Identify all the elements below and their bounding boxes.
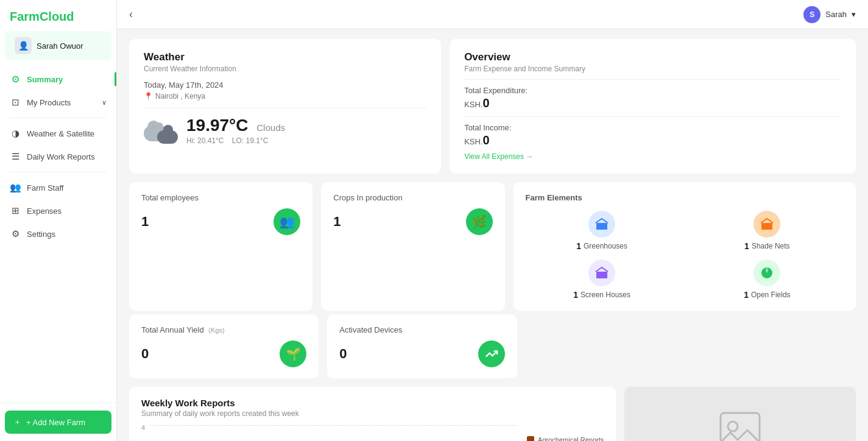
map-placeholder <box>624 387 856 441</box>
sidebar-item-summary[interactable]: ⊙ Summary <box>0 68 116 91</box>
sidebar-item-my-products[interactable]: ⊡ My Products ∨ <box>0 91 116 114</box>
summary-icon: ⊙ <box>10 74 21 85</box>
top-row: Weather Current Weather Information Toda… <box>129 39 856 174</box>
stat-value-row: 1 🌿 <box>333 208 492 235</box>
stat-value: 0 <box>141 346 149 362</box>
user-avatar: S <box>803 6 820 23</box>
screen-houses-icon <box>588 259 615 286</box>
stat-label: Total employees <box>141 193 300 202</box>
shade-nets-icon <box>753 211 780 238</box>
weather-cloud-icon <box>144 117 178 144</box>
add-new-farm-button[interactable]: ＋ + Add New Farm <box>5 411 111 434</box>
svg-point-7 <box>728 422 738 431</box>
stats-row: Total employees 1 👥 Crops In production … <box>129 182 856 311</box>
svg-rect-4 <box>596 272 607 278</box>
user-icon: 👤 <box>15 37 32 54</box>
farm-elements-card: Farm Elements 1 Greenhouses <box>513 182 856 311</box>
map-placeholder-inner <box>716 408 764 442</box>
expenditure-amount: KSH.0 <box>464 96 841 110</box>
farm-elements-grid: 1 Greenhouses 1 Shade Nets <box>526 211 844 300</box>
weather-temperature: 19.97°C Clouds <box>186 116 285 135</box>
divider <box>10 118 107 118</box>
sidebar-item-label: Summary <box>27 75 63 84</box>
image-placeholder-icon <box>716 408 764 442</box>
sidebar-item-label: Farm Staff <box>27 183 63 192</box>
chart-dashed-line <box>151 425 517 426</box>
expenditure-row: Total Expenditure: KSH.0 <box>464 86 841 110</box>
income-label: Total Income: <box>464 123 841 132</box>
divider <box>10 172 107 172</box>
svg-rect-3 <box>765 225 769 230</box>
weather-main: 19.97°C Clouds Hi: 20.41°C LO: 19.1°C <box>144 116 426 145</box>
sidebar-item-daily-work-reports[interactable]: ☰ Daily Work Reports <box>0 145 116 168</box>
open-fields-icon <box>753 259 780 286</box>
stat-label: Activated Devices <box>339 325 504 334</box>
settings-icon: ⚙ <box>10 228 21 239</box>
sidebar-item-label: Settings <box>27 230 55 239</box>
weather-divider <box>144 108 426 108</box>
stat-total-employees: Total employees 1 👥 <box>129 182 312 311</box>
farm-element-shade-nets: 1 Shade Nets <box>691 211 844 251</box>
chart-legend: Agrochemical Reports Fertilizer Reports <box>527 424 604 441</box>
view-all-expenses-link[interactable]: View All Expenses → <box>464 152 533 161</box>
weekly-reports-title: Weekly Work Reports <box>141 398 604 408</box>
chart-svg <box>151 430 517 441</box>
collapse-button[interactable]: ‹ <box>129 8 133 21</box>
my-products-icon: ⊡ <box>10 97 21 108</box>
weather-date: Today, May 17th, 2024 <box>144 80 426 90</box>
expenses-icon: ⊞ <box>10 205 21 216</box>
sidebar-item-label: Expenses <box>27 206 62 216</box>
stat-value: 1 <box>141 214 149 230</box>
add-farm-label: + Add New Farm <box>26 418 85 427</box>
employees-icon-circle: 👥 <box>273 208 300 235</box>
topbar-user[interactable]: S Sarah ▾ <box>803 6 856 23</box>
crops-icon-circle: 🌿 <box>466 208 493 235</box>
spacer <box>526 314 856 378</box>
stat-value-row: 0 🌱 <box>141 340 306 367</box>
overview-subtitle: Farm Expense and Income Summary <box>464 65 841 73</box>
weather-title: Weather <box>144 51 426 63</box>
sidebar-item-weather-satellite[interactable]: ◑ Weather & Satellite <box>0 122 116 145</box>
chart-y-label: 4 <box>141 424 145 431</box>
stat-value: 0 <box>339 346 347 362</box>
bottom-row: Weekly Work Reports Summary of daily wor… <box>129 387 856 441</box>
weather-satellite-icon: ◑ <box>10 128 21 139</box>
weather-description: Clouds <box>256 122 285 133</box>
legend-dot-agrochemical <box>527 436 534 441</box>
weather-subtitle: Current Weather Information <box>144 65 426 73</box>
legend-agrochemical: Agrochemical Reports <box>527 436 604 441</box>
chart-area: 4 <box>141 424 517 441</box>
stat-total-annual-yield: Total Annual Yield (Kgs) 0 🌱 <box>129 314 319 378</box>
sidebar-item-farm-staff[interactable]: 👥 Farm Staff <box>0 176 116 199</box>
stat-crops-in-production: Crops In production 1 🌿 <box>321 182 504 311</box>
greenhouse-icon <box>588 211 615 238</box>
plus-icon: ＋ <box>13 417 21 428</box>
logo: FarmCloud <box>0 0 116 29</box>
farm-element-screen-houses: 1 Screen Houses <box>526 259 679 300</box>
location-pin-icon: 📍 <box>144 92 153 101</box>
farm-element-greenhouses: 1 Greenhouses <box>526 211 679 251</box>
weather-temp-block: 19.97°C Clouds Hi: 20.41°C LO: 19.1°C <box>186 116 285 145</box>
daily-work-reports-icon: ☰ <box>10 151 21 162</box>
sidebar-item-expenses[interactable]: ⊞ Expenses <box>0 199 116 222</box>
main-content: ‹ S Sarah ▾ Weather Current Weather Info… <box>117 0 868 441</box>
weather-location: 📍 Nairobi , Kenya <box>144 92 426 101</box>
sidebar-item-label: My Products <box>27 98 71 107</box>
income-row: Total Income: KSH.0 <box>464 123 841 147</box>
yield-icon-circle: 🌱 <box>280 340 306 367</box>
chevron-icon: ∨ <box>102 99 107 107</box>
expenditure-label: Total Expenditure: <box>464 86 841 95</box>
chart-legend-row: 4 Agrochemical Reports Fert <box>141 424 604 441</box>
page-content: Weather Current Weather Information Toda… <box>117 29 868 441</box>
weekly-reports-subtitle: Summary of daily work reports created th… <box>141 409 604 418</box>
sidebar-user[interactable]: 👤 Sarah Owuor <box>5 31 111 60</box>
sidebar-item-settings[interactable]: ⚙ Settings <box>0 222 116 245</box>
topbar-user-name: Sarah <box>825 10 847 19</box>
farm-elements-title: Farm Elements <box>526 193 844 202</box>
sidebar-item-label: Weather & Satellite <box>27 129 94 138</box>
sidebar-nav: ⊙ Summary ⊡ My Products ∨ ◑ Weather & Sa… <box>0 63 116 403</box>
stat-activated-devices: Activated Devices 0 <box>327 314 517 378</box>
overview-title: Overview <box>464 51 841 63</box>
overview-card: Overview Farm Expense and Income Summary… <box>450 39 856 174</box>
income-amount: KSH.0 <box>464 133 841 147</box>
